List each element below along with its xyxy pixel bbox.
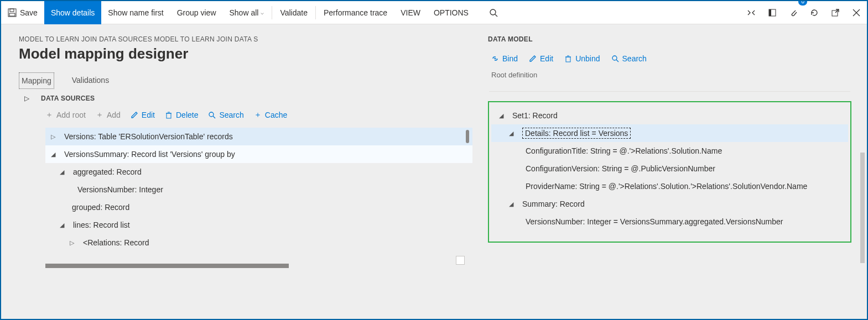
dm-search-label: Search bbox=[622, 54, 647, 63]
tree-row[interactable]: ▷ <Relations: Record bbox=[45, 234, 472, 251]
chevron-down-icon: ⌵ bbox=[261, 9, 264, 15]
svg-point-13 bbox=[209, 112, 214, 117]
show-name-first-label: Show name first bbox=[108, 8, 163, 17]
tree-row[interactable]: ◢ Summary: Record bbox=[491, 195, 848, 213]
add-root-label: Add root bbox=[56, 111, 86, 119]
tree-row[interactable]: ◢ Details: Record list = Versions bbox=[491, 124, 848, 142]
add-root-button[interactable]: ＋ Add root bbox=[45, 110, 86, 120]
svg-point-3 bbox=[490, 9, 496, 15]
resize-handle[interactable] bbox=[456, 256, 465, 265]
chevron-right-icon[interactable]: ▷ bbox=[48, 133, 59, 140]
pencil-icon bbox=[529, 55, 537, 62]
tree-label: ConfigurationVersion: String = @.PublicV… bbox=[526, 164, 715, 173]
delete-button[interactable]: Delete bbox=[165, 111, 198, 119]
save-button[interactable]: Save bbox=[1, 1, 44, 24]
section-expand-icon[interactable]: ▷ bbox=[22, 95, 31, 102]
page-title: Model mapping designer bbox=[19, 45, 472, 62]
bind-button[interactable]: Bind bbox=[491, 54, 518, 63]
validate-label: Validate bbox=[280, 8, 308, 17]
tree-row[interactable]: ◢ Set1: Record bbox=[491, 107, 848, 124]
dm-edit-button[interactable]: Edit bbox=[529, 54, 553, 63]
tree-row[interactable]: ▷ Versions: Table 'ERSolutionVersionTabl… bbox=[45, 128, 472, 145]
tree-row[interactable]: ◢ lines: Record list bbox=[45, 216, 472, 234]
tree-row[interactable]: VersionsNumber: Integer = VersionsSummar… bbox=[491, 213, 848, 230]
edit-button[interactable]: Edit bbox=[131, 111, 155, 119]
data-model-heading: DATA MODEL bbox=[488, 35, 851, 43]
data-sources-heading: DATA SOURCES bbox=[41, 95, 95, 102]
search-icon bbox=[489, 8, 498, 17]
view-label: VIEW bbox=[401, 8, 420, 17]
search-button[interactable] bbox=[483, 1, 504, 24]
unbind-button[interactable]: Unbind bbox=[564, 54, 600, 63]
pencil-icon bbox=[131, 111, 138, 119]
tab-mapping-label: Mapping bbox=[22, 76, 51, 85]
dm-edit-label: Edit bbox=[540, 54, 553, 63]
tree-row[interactable]: ProviderName: String = @.'>Relations'.So… bbox=[491, 177, 848, 195]
tree-label: Summary: Record bbox=[522, 200, 585, 208]
refresh-button[interactable] bbox=[804, 1, 825, 24]
group-view-button[interactable]: Group view bbox=[170, 1, 223, 24]
tree-label: ConfigurationTitle: String = @.'>Relatio… bbox=[526, 146, 722, 155]
horizontal-scrollbar[interactable] bbox=[45, 264, 289, 268]
trash-icon bbox=[165, 111, 173, 119]
view-button[interactable]: VIEW bbox=[394, 1, 427, 24]
chevron-down-icon[interactable]: ◢ bbox=[506, 201, 517, 208]
search-button[interactable]: Search bbox=[208, 111, 243, 119]
svg-rect-6 bbox=[769, 9, 771, 16]
chevron-down-icon[interactable]: ◢ bbox=[56, 169, 67, 176]
delete-label: Delete bbox=[176, 111, 198, 119]
tree-row[interactable]: ◢ aggregated: Record bbox=[45, 163, 472, 181]
save-label: Save bbox=[20, 8, 38, 17]
svg-point-18 bbox=[612, 56, 617, 60]
tree-row[interactable]: ◢ VersionsSummary: Record list 'Versions… bbox=[45, 145, 472, 163]
tab-validations[interactable]: Validations bbox=[70, 72, 111, 89]
popout-button[interactable] bbox=[825, 1, 846, 24]
scrollbar-thumb[interactable] bbox=[466, 130, 469, 143]
close-button[interactable] bbox=[846, 1, 867, 24]
tree-label: ProviderName: String = @.'>Relations'.So… bbox=[526, 182, 807, 191]
svg-rect-15 bbox=[566, 57, 570, 62]
show-all-button[interactable]: Show all ⌵ bbox=[223, 1, 271, 24]
tree-label: VersionsNumber: Integer bbox=[77, 185, 163, 194]
tree-label: VersionsNumber: Integer = VersionsSummar… bbox=[526, 217, 783, 226]
chevron-down-icon[interactable]: ◢ bbox=[48, 151, 59, 158]
svg-line-19 bbox=[616, 60, 618, 62]
dm-search-button[interactable]: Search bbox=[611, 54, 647, 63]
chevron-down-icon[interactable]: ◢ bbox=[496, 112, 507, 119]
attachments-button[interactable]: 0 bbox=[783, 1, 804, 24]
tree-label: Versions: Table 'ERSolutionVersionTable'… bbox=[64, 132, 233, 141]
tree-row[interactable]: ConfigurationTitle: String = @.'>Relatio… bbox=[491, 142, 848, 160]
plus-icon: ＋ bbox=[96, 110, 103, 120]
connector-icon-button[interactable] bbox=[741, 1, 762, 24]
tree-label: grouped: Record bbox=[72, 203, 129, 212]
tree-row[interactable]: grouped: Record bbox=[45, 198, 472, 216]
svg-rect-2 bbox=[9, 13, 15, 16]
add-button[interactable]: ＋ Add bbox=[96, 110, 121, 120]
options-button[interactable]: OPTIONS bbox=[427, 1, 475, 24]
show-details-button[interactable]: Show details bbox=[44, 1, 101, 24]
tree-row[interactable]: VersionsNumber: Integer bbox=[45, 181, 472, 198]
paperclip-icon bbox=[789, 8, 798, 17]
office-icon-button[interactable] bbox=[762, 1, 783, 24]
chevron-right-icon[interactable]: ▷ bbox=[66, 239, 77, 246]
save-icon bbox=[8, 8, 17, 17]
chevron-down-icon[interactable]: ◢ bbox=[506, 130, 517, 137]
tab-validations-label: Validations bbox=[72, 76, 109, 85]
cache-button[interactable]: ＋ Cache bbox=[254, 110, 287, 120]
search-icon bbox=[611, 55, 619, 62]
add-label: Add bbox=[107, 111, 121, 119]
root-definition-label: Root definition bbox=[491, 71, 851, 79]
performance-trace-button[interactable]: Performance trace bbox=[317, 1, 394, 24]
tabs: Mapping Validations bbox=[19, 72, 472, 89]
validate-button[interactable]: Validate bbox=[273, 1, 314, 24]
chevron-down-icon[interactable]: ◢ bbox=[56, 222, 67, 229]
edit-label: Edit bbox=[142, 111, 155, 119]
tab-mapping[interactable]: Mapping bbox=[19, 72, 54, 89]
show-name-first-button[interactable]: Show name first bbox=[101, 1, 170, 24]
tree-row[interactable]: ConfigurationVersion: String = @.PublicV… bbox=[491, 160, 848, 177]
tree-label-selected: Details: Record list = Versions bbox=[522, 128, 631, 139]
search-label: Search bbox=[219, 111, 243, 119]
breadcrumb: MODEL TO LEARN JOIN DATA SOURCES MODEL T… bbox=[19, 35, 472, 43]
vertical-scrollbar[interactable] bbox=[860, 153, 865, 263]
show-details-label: Show details bbox=[51, 8, 95, 17]
